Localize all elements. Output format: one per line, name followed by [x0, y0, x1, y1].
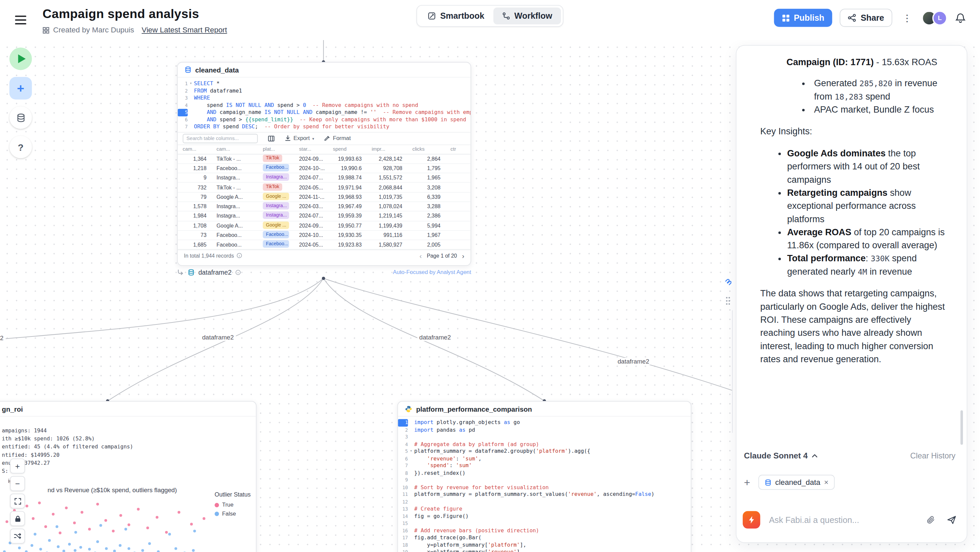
assistant-list-item: Campaign (ID: 1771) - 15.63x ROAS [760, 56, 947, 69]
data-sources-button[interactable] [10, 106, 32, 129]
prev-page-icon[interactable]: ‹ [420, 253, 422, 259]
fold-icon[interactable] [408, 469, 414, 477]
table-cell: TikTok - ... [212, 184, 258, 191]
column-header[interactable]: cam... [212, 146, 258, 152]
share-button[interactable]: Share [840, 9, 892, 27]
table-row[interactable]: 1,578Instagra...Instagra...2024-03...19,… [178, 202, 471, 212]
tab-workflow[interactable]: Workflow [493, 7, 561, 24]
table-row[interactable]: 732TikTok - ...TikTok2024-05...19,971.94… [178, 183, 471, 192]
node-campaign-roi[interactable]: gn_roi ampaigns: 1944ith ≥$10k spend: 10… [0, 401, 257, 552]
column-header[interactable]: cam... [178, 146, 212, 152]
chat-input[interactable] [769, 515, 916, 525]
fold-icon[interactable] [188, 102, 194, 109]
columns-icon[interactable] [268, 135, 275, 142]
platform-badge: Instagra... [263, 212, 289, 219]
fold-icon[interactable] [408, 549, 414, 552]
magnet-icon[interactable] [724, 279, 731, 286]
fold-icon[interactable] [408, 541, 414, 549]
fold-icon[interactable] [188, 116, 194, 123]
drag-handle-icon[interactable] [725, 296, 731, 305]
output-dataframe-label[interactable]: dataframe2 [198, 268, 231, 276]
lock-button[interactable] [10, 511, 25, 526]
publish-button[interactable]: Publish [774, 9, 833, 27]
fold-icon[interactable] [188, 109, 194, 116]
help-button[interactable]: ? [10, 136, 32, 158]
fold-icon[interactable] [408, 484, 414, 491]
column-header[interactable]: spend [328, 146, 367, 152]
fold-icon[interactable] [408, 433, 414, 441]
line-number: 13 [398, 506, 408, 513]
fold-icon[interactable] [408, 527, 414, 534]
fold-icon[interactable] [408, 419, 414, 426]
notifications-bell-icon[interactable] [955, 12, 966, 24]
column-header[interactable]: star... [294, 146, 328, 152]
format-button[interactable]: Format [324, 135, 351, 142]
zoom-in-button[interactable]: + [10, 458, 25, 474]
add-cell-button[interactable]: + [10, 77, 32, 99]
tab-smartbook[interactable]: Smartbook [419, 7, 493, 24]
legend-item[interactable]: False [215, 509, 251, 518]
shuffle-button[interactable] [10, 529, 25, 544]
clear-history-button[interactable]: Clear History [910, 452, 955, 460]
fold-icon[interactable] [188, 95, 194, 102]
sql-editor[interactable]: 1▾SELECT *2FROM dataframe13WHERE4 spend … [178, 78, 471, 132]
code-line: 12 [398, 498, 691, 506]
shuffle-icon [14, 532, 21, 540]
model-selector[interactable]: Claude Sonnet 4 [744, 451, 818, 460]
fold-icon[interactable] [408, 455, 414, 463]
expand-icon [14, 498, 21, 504]
search-input[interactable] [183, 134, 258, 143]
table-row[interactable]: 1,364TikTok - ...TikTok2024-09...19,993.… [178, 154, 471, 164]
fold-icon[interactable] [408, 498, 414, 506]
model-row: Claude Sonnet 4 Clear History [744, 451, 956, 460]
avatar[interactable]: L [932, 10, 947, 25]
panel-resize-handle[interactable] [732, 310, 733, 433]
run-button[interactable] [10, 48, 32, 70]
context-chip[interactable]: cleaned_data × [759, 475, 835, 490]
table-cell: Faceboo... [212, 232, 258, 239]
scrollbar[interactable] [961, 410, 963, 445]
next-page-icon[interactable]: › [462, 253, 464, 259]
table-row[interactable]: 79Google A...Google ...2024-11-...19,968… [178, 192, 471, 202]
fold-icon[interactable]: ▾ [188, 80, 194, 87]
fold-icon[interactable] [408, 512, 414, 520]
fold-icon[interactable] [408, 476, 414, 484]
python-editor[interactable]: 1import plotly.graph_objects as go2impor… [398, 417, 691, 552]
table-row[interactable]: 9Instagra...Instagra...2024-07...19,988.… [178, 173, 471, 183]
table-row[interactable]: 1,218Faceboo...Faceboo...2024-10-...19,9… [178, 164, 471, 173]
node-platform-performance[interactable]: platform_performance_comparison 1import … [398, 401, 692, 552]
column-header[interactable]: clicks [407, 146, 445, 152]
table-row[interactable]: 1,708Google A...Google ...2024-09...19,9… [178, 221, 471, 231]
latest-report-link[interactable]: View Latest Smart Report [142, 26, 227, 34]
add-context-button[interactable]: + [744, 477, 750, 487]
remove-context-icon[interactable]: × [824, 478, 828, 487]
column-header[interactable]: impr... [367, 146, 407, 152]
page-indicator: Page 1 of 20 [427, 253, 457, 259]
fold-icon[interactable] [408, 534, 414, 542]
legend-item[interactable]: True [215, 501, 251, 509]
column-header[interactable]: ctr [445, 146, 471, 152]
table-row[interactable]: 1,685Faceboo...Faceboo...2024-05...19,92… [178, 240, 471, 250]
hamburger-menu-icon[interactable] [15, 16, 26, 24]
fold-icon[interactable] [408, 462, 414, 469]
fit-view-button[interactable] [10, 493, 25, 509]
export-button[interactable]: Export ▾ [285, 135, 314, 142]
assistant-list-item: Total performance: 330K spend generated … [760, 252, 947, 278]
attach-button[interactable] [925, 514, 937, 526]
send-button[interactable] [946, 514, 958, 526]
fold-icon[interactable] [408, 520, 414, 527]
fold-icon[interactable] [188, 87, 194, 95]
fold-icon[interactable]: ▾ [408, 448, 414, 455]
fold-icon[interactable] [408, 491, 414, 498]
zoom-out-button[interactable]: − [10, 476, 25, 491]
table-row[interactable]: 73Faceboo...Faceboo...2024-10...19,930.3… [178, 231, 471, 240]
fold-icon[interactable] [408, 426, 414, 434]
table-row[interactable]: 1,984Instagra...Instagra...2024-07...19,… [178, 212, 471, 221]
fold-icon[interactable] [408, 506, 414, 513]
node-cleaned-data[interactable]: cleaned_data 1▾SELECT *2FROM dataframe13… [177, 62, 471, 266]
fold-icon[interactable] [408, 441, 414, 448]
output-line: ith ≥$10k spend: 1026 (52.8%) [2, 435, 134, 443]
column-header[interactable]: plat... [258, 146, 294, 152]
fold-icon[interactable] [188, 123, 194, 130]
more-options-icon[interactable]: ⋮ [900, 11, 914, 25]
